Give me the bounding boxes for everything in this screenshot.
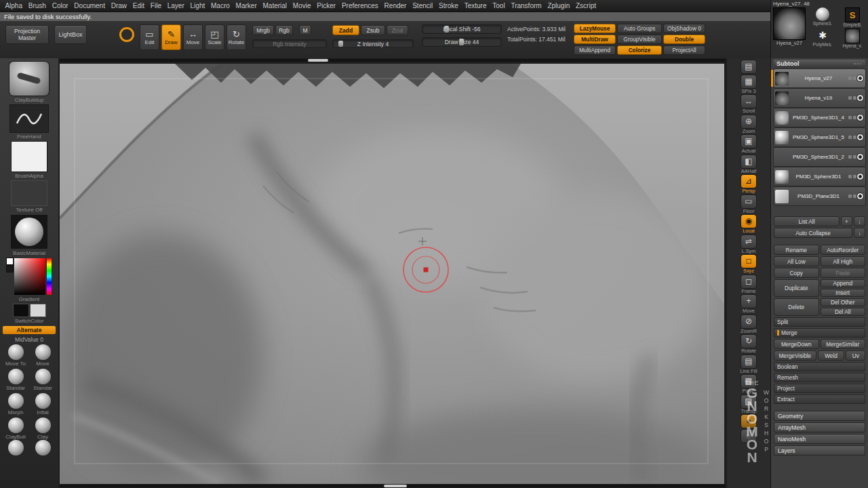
arraymesh-palette-bar[interactable]: ArrayMesh	[774, 422, 865, 432]
zadd-button[interactable]: Zadd	[332, 25, 359, 35]
subtool-thumbnail[interactable]	[775, 111, 789, 125]
menu-item[interactable]: Stencil	[410, 2, 436, 9]
focal-shift-slider[interactable]: Focal Shift -56	[422, 24, 502, 34]
paint-toggle-icon[interactable]	[848, 155, 852, 159]
m-button[interactable]: M	[299, 25, 311, 35]
shelf-toggle-button[interactable]: Double	[663, 35, 705, 44]
subtool-thumbnail[interactable]	[775, 190, 789, 203]
rotate-mode-button[interactable]: ↻ Rotate	[226, 24, 246, 50]
menu-item[interactable]: Draw	[108, 2, 130, 9]
menu-item[interactable]: Material	[260, 2, 290, 9]
geometry-palette-bar[interactable]: Geometry	[774, 411, 865, 421]
subtool-row[interactable]: PM3D_Sphere3D1_5	[774, 128, 865, 146]
duplicate-button[interactable]: Duplicate	[774, 279, 819, 297]
scroll-button[interactable]: ↔ Scroll	[741, 95, 756, 113]
current-brush-thumbnail[interactable]	[9, 62, 49, 96]
sculpt-viewport[interactable]	[60, 64, 724, 484]
menu-item[interactable]: Light	[187, 2, 208, 9]
visibility-eye-icon[interactable]	[857, 174, 863, 180]
delete-button[interactable]: Delete	[774, 298, 819, 316]
all-low-button[interactable]: All Low	[774, 256, 819, 266]
extract-section-bar[interactable]: Extract	[774, 394, 865, 404]
menu-item[interactable]: Alpha	[2, 2, 25, 9]
zsub-button[interactable]: Zsub	[361, 25, 385, 35]
copy-button[interactable]: Copy	[774, 268, 819, 278]
solo-button[interactable]: ◌	[741, 430, 756, 443]
bpr-button[interactable]: ●	[741, 415, 756, 428]
subtool-row[interactable]: PM3D_Plane3D1	[774, 187, 865, 205]
menu-item[interactable]: Movie	[290, 2, 313, 9]
layers-palette-bar[interactable]: Layers	[774, 445, 865, 455]
rename-button[interactable]: Rename	[774, 245, 819, 255]
quick-brush-button[interactable]: Morph	[2, 393, 29, 415]
list-all-button[interactable]: List All	[774, 216, 840, 226]
visibility-eye-icon[interactable]	[857, 75, 863, 81]
project-section-bar[interactable]: Project	[774, 384, 865, 393]
sculpt-toggle-icon[interactable]	[853, 77, 856, 80]
subtool-row[interactable]: PM3D_Sphere3D1	[774, 167, 865, 186]
paint-toggle-icon[interactable]	[848, 96, 852, 100]
quick-brush-button[interactable]	[29, 440, 56, 455]
paint-toggle-icon[interactable]	[848, 116, 852, 119]
paint-toggle-icon[interactable]	[848, 77, 852, 80]
rgb-button[interactable]: Rgb	[275, 25, 293, 35]
zoomr-button[interactable]: ⊘ ZoomR	[741, 315, 757, 333]
scrollbar-handle[interactable]	[308, 59, 328, 62]
menu-item[interactable]: Brush	[25, 2, 49, 9]
sculpt-toggle-icon[interactable]	[853, 116, 856, 119]
rgb-intensity-slider[interactable]: Rgb Intensity	[252, 39, 327, 48]
subtool-palette-header[interactable]: Subtool ▪▪▫	[774, 60, 865, 68]
subtool-thumbnail[interactable]	[775, 131, 789, 144]
secondary-color-swatch[interactable]	[7, 266, 13, 272]
paint-toggle-icon[interactable]	[848, 136, 852, 139]
del-all-button[interactable]: Del All	[821, 308, 866, 316]
linefill-button[interactable]: ▤ Line Fill	[740, 355, 757, 373]
remesh-section-bar[interactable]: Remesh	[774, 373, 865, 382]
frame-button[interactable]: ◻ Frame	[741, 275, 756, 293]
nanomesh-palette-bar[interactable]: NanoMesh	[774, 434, 865, 444]
subtool-row[interactable]: Hyena_v19	[774, 89, 865, 107]
move-canvas-button[interactable]: + Move	[741, 295, 756, 313]
recent-tool-sphere3d[interactable]: Sphere3.	[808, 7, 837, 28]
shelf-menu-button[interactable]: ▤	[741, 60, 756, 73]
sculpt-toggle-icon[interactable]	[853, 155, 856, 159]
slider-handle[interactable]	[459, 39, 464, 45]
boolean-section-bar[interactable]: Boolean	[774, 362, 865, 371]
quick-brush-button[interactable]: Move	[29, 344, 56, 367]
move-mode-button[interactable]: ↔ Move	[183, 24, 203, 50]
edit-mode-button[interactable]: ▭ Edit	[140, 24, 159, 50]
quick-brush-button[interactable]: Move To	[2, 344, 29, 367]
subtool-thumbnail[interactable]	[775, 170, 789, 184]
del-other-button[interactable]: Del Other	[821, 298, 866, 306]
paste-button[interactable]: Paste	[821, 268, 866, 278]
menu-item[interactable]: Document	[71, 2, 108, 9]
mergedown-button[interactable]: MergeDown	[774, 339, 819, 349]
quick-brush-button[interactable]: Inflat	[29, 393, 56, 415]
quick-brush-button[interactable]	[2, 440, 29, 455]
draw-size-slider[interactable]: Draw Size 44	[422, 37, 502, 47]
switch-color-control[interactable]	[14, 304, 45, 317]
subtool-thumbnail[interactable]	[775, 92, 789, 105]
menu-item[interactable]: Macro	[208, 2, 233, 9]
hue-strip[interactable]	[47, 258, 52, 295]
lsym-button[interactable]: ⇌ L.Sym	[741, 235, 756, 253]
draw-mode-button[interactable]: ✎ Draw	[161, 24, 181, 50]
quick-brush-button[interactable]: Clay	[29, 418, 56, 440]
transp-button[interactable]: ▨ Transp	[741, 395, 756, 413]
shelf-toggle-button[interactable]: ObjShadow 0	[663, 24, 705, 33]
current-stroke-thumbnail[interactable]	[10, 105, 48, 132]
menu-item[interactable]: Zplugin	[545, 2, 573, 9]
auto-collapse-button[interactable]: Auto Collapse	[774, 228, 852, 238]
draw-pointer-icon[interactable]	[119, 27, 134, 42]
menu-item[interactable]: File	[147, 2, 164, 9]
zcut-button[interactable]: Zcut	[387, 25, 408, 35]
alternate-button[interactable]: Alternate	[3, 326, 56, 334]
autoreorder-button[interactable]: AutoReorder	[821, 245, 866, 255]
scroll-down-icon[interactable]: ↓	[854, 216, 865, 226]
aahalf-button[interactable]: ◧ AAHalf	[741, 155, 757, 174]
sculpt-toggle-icon[interactable]	[853, 136, 856, 139]
shelf-toggle-button[interactable]: GroupVisible	[617, 35, 662, 44]
color-picker[interactable]	[7, 258, 52, 295]
insert-button[interactable]: Insert	[821, 289, 866, 297]
current-tool-thumbnail[interactable]	[773, 7, 806, 40]
